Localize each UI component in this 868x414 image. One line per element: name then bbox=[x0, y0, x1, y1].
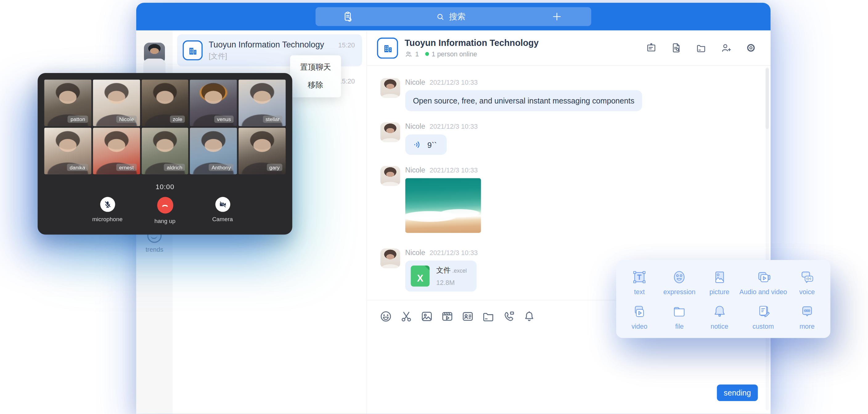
add-button[interactable] bbox=[522, 11, 591, 22]
voice-bubble[interactable]: 9`` bbox=[405, 134, 447, 155]
call-timer: 10:00 bbox=[38, 183, 292, 191]
folder-icon[interactable] bbox=[482, 310, 495, 323]
hang-up-control[interactable]: hang up bbox=[147, 197, 183, 224]
trends-label: trends bbox=[136, 246, 173, 253]
control-label: microphone bbox=[92, 216, 123, 222]
video-tile[interactable]: danika bbox=[44, 128, 91, 174]
panel-item-audio-video[interactable]: Audio and video bbox=[740, 265, 787, 299]
search-label: 搜索 bbox=[449, 11, 465, 22]
video-tile[interactable]: Anthony bbox=[190, 128, 237, 174]
panel-item-label: custom bbox=[752, 322, 774, 330]
screenshot-icon[interactable] bbox=[400, 310, 413, 323]
hang-up-icon[interactable] bbox=[157, 197, 173, 214]
video-tile[interactable]: venus bbox=[190, 80, 237, 126]
audio-video-icon bbox=[755, 269, 772, 286]
image-icon[interactable] bbox=[420, 310, 433, 323]
video-tile[interactable]: patton bbox=[44, 80, 91, 126]
video-tile[interactable]: zole bbox=[142, 80, 188, 126]
chat-title-block: Tuoyun Information Technology 1 1 person… bbox=[405, 38, 539, 58]
menu-item-pin-chat[interactable]: 置顶聊天 bbox=[290, 59, 341, 76]
group-file-icon[interactable] bbox=[694, 41, 707, 55]
camera-off-icon[interactable] bbox=[215, 197, 230, 212]
custom-icon bbox=[755, 303, 772, 320]
group-avatar bbox=[377, 37, 398, 58]
add-member-icon[interactable] bbox=[719, 41, 733, 55]
avatar[interactable] bbox=[380, 248, 400, 268]
panel-item-notice[interactable]: notice bbox=[700, 299, 740, 333]
expression-icon bbox=[671, 269, 688, 286]
scrollbar[interactable] bbox=[766, 67, 769, 410]
screenshot-viewport: 搜索 trends bbox=[0, 0, 868, 414]
text-icon bbox=[631, 269, 648, 286]
video-tile[interactable]: Nicole bbox=[93, 80, 140, 126]
chat-record-icon[interactable] bbox=[669, 41, 682, 55]
message-time: 2021/12/3 10:33 bbox=[430, 78, 478, 86]
panel-item-label: file bbox=[675, 322, 684, 330]
panel-item-custom[interactable]: custom bbox=[740, 299, 787, 333]
send-button[interactable]: sending bbox=[717, 384, 758, 401]
group-notice-icon[interactable] bbox=[644, 41, 657, 55]
app-top-bar: 搜索 bbox=[136, 3, 771, 31]
video-grid: patton Nicole zole venus stellar danika … bbox=[38, 73, 292, 174]
panel-item-label: Audio and video bbox=[740, 288, 787, 296]
text-bubble[interactable]: Open source, free, and universal instant… bbox=[405, 90, 642, 111]
file-bubble[interactable]: X 文件.excel 12.8M bbox=[405, 261, 477, 292]
settings-icon[interactable] bbox=[744, 41, 757, 55]
participant-name: aldrich bbox=[164, 164, 185, 171]
video-tile[interactable]: stellar bbox=[239, 80, 285, 126]
video-tile[interactable]: aldrich bbox=[142, 128, 188, 174]
emoji-icon[interactable] bbox=[379, 310, 393, 323]
video-icon[interactable] bbox=[441, 310, 454, 323]
voice-duration: 9`` bbox=[427, 140, 437, 149]
chat-title: Tuoyun Information Technology bbox=[405, 38, 539, 48]
message-type-panel: text expression picture bbox=[616, 260, 830, 338]
message-sender: Nicole bbox=[405, 248, 425, 257]
panel-item-voice[interactable]: voice bbox=[787, 265, 827, 299]
message-sender: Nicole bbox=[405, 78, 425, 86]
video-call-window: patton Nicole zole venus stellar danika … bbox=[38, 73, 292, 234]
beach-photo-thumbnail[interactable] bbox=[405, 178, 481, 233]
panel-item-label: more bbox=[800, 322, 815, 330]
panel-item-text[interactable]: text bbox=[620, 265, 660, 299]
panel-item-video[interactable]: video bbox=[620, 299, 660, 333]
conversation-context-menu: 置顶聊天 移除 bbox=[290, 56, 341, 97]
chat-header: Tuoyun Information Technology 1 1 person… bbox=[367, 31, 771, 66]
notification-icon[interactable] bbox=[523, 310, 536, 323]
panel-item-file[interactable]: file bbox=[659, 299, 700, 333]
online-dot bbox=[425, 52, 429, 56]
microphone-control[interactable]: microphone bbox=[89, 197, 126, 224]
participant-name: stellar bbox=[262, 116, 282, 123]
chat-header-actions bbox=[644, 41, 757, 55]
video-tile[interactable]: ernest bbox=[93, 128, 140, 174]
file-item-icon bbox=[671, 303, 688, 320]
avatar[interactable] bbox=[380, 78, 400, 98]
participant-name: zole bbox=[170, 116, 185, 123]
order-list-button[interactable] bbox=[316, 10, 379, 23]
panel-item-label: picture bbox=[710, 288, 730, 296]
contact-card-icon[interactable] bbox=[461, 310, 474, 323]
message-input-area[interactable]: sending bbox=[367, 332, 771, 414]
message-time: 2021/12/3 10:33 bbox=[430, 167, 478, 174]
microphone-muted-icon[interactable] bbox=[100, 197, 115, 212]
panel-item-label: video bbox=[631, 322, 648, 330]
camera-control[interactable]: Camera bbox=[204, 197, 241, 224]
participant-name: patton bbox=[68, 116, 88, 123]
message-voice: Nicole 2021/12/3 10:33 bbox=[380, 122, 771, 155]
participant-name: ernest bbox=[116, 164, 136, 171]
picture-icon bbox=[711, 269, 728, 286]
video-call-icon[interactable] bbox=[502, 310, 516, 323]
search-area[interactable]: 搜索 bbox=[379, 11, 522, 22]
avatar[interactable] bbox=[380, 166, 400, 186]
menu-item-remove[interactable]: 移除 bbox=[290, 76, 341, 94]
chat-subtitle: 1 1 person online bbox=[405, 50, 539, 58]
panel-item-expression[interactable]: expression bbox=[659, 265, 700, 299]
panel-item-label: expression bbox=[663, 288, 695, 296]
video-tile[interactable]: gary bbox=[239, 128, 285, 174]
panel-item-picture[interactable]: picture bbox=[700, 265, 740, 299]
avatar[interactable] bbox=[380, 122, 400, 142]
message-sender: Nicole bbox=[405, 122, 425, 131]
online-status: 1 person online bbox=[432, 50, 477, 58]
top-search-pill[interactable]: 搜索 bbox=[316, 7, 591, 26]
panel-item-more[interactable]: more bbox=[787, 299, 827, 333]
order-list-icon bbox=[341, 10, 353, 23]
